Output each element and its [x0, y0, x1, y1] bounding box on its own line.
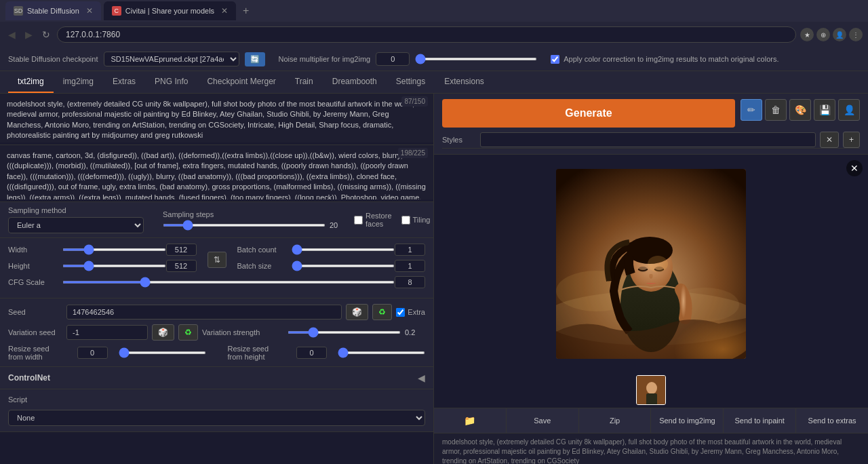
- image-area: ✕: [434, 155, 868, 372]
- variation-seed-dice-button[interactable]: 🎲: [152, 324, 174, 341]
- send-img2img-label: Send to img2img: [659, 417, 715, 425]
- script-select[interactable]: None: [8, 410, 425, 426]
- script-label: Script: [8, 395, 27, 404]
- nav-tab-extensions[interactable]: Extensions: [435, 71, 494, 93]
- seed-recycle-button[interactable]: ♻: [372, 304, 392, 320]
- browser-chrome: SD Stable Diffusion ✕ C Civitai | Share …: [0, 0, 868, 47]
- address-bar[interactable]: [57, 26, 796, 43]
- restore-faces-checkbox[interactable]: [354, 216, 363, 225]
- generate-button[interactable]: Generate: [442, 99, 735, 128]
- tab-civitai[interactable]: C Civitai | Share your models ✕: [104, 1, 236, 20]
- styles-label: Styles: [442, 136, 476, 144]
- styles-clear-button[interactable]: ✕: [820, 132, 839, 148]
- nav-bar: ◀ ▶ ↻ ★ ⊕ 👤 ⋮: [0, 22, 868, 47]
- noise-input[interactable]: [376, 52, 410, 66]
- resize-row: Resize seed from width Resize seed from …: [8, 345, 425, 361]
- new-tab-button[interactable]: +: [239, 5, 253, 17]
- swap-dimensions-button[interactable]: ⇅: [208, 252, 226, 268]
- variation-seed-input[interactable]: [66, 325, 148, 340]
- nav-tab-png-info[interactable]: PNG Info: [145, 71, 197, 93]
- batch-count-value[interactable]: [395, 244, 425, 256]
- positive-prompt-textarea[interactable]: modelshoot style, (extremely detailed CG…: [0, 94, 433, 142]
- batch-count-row: Batch count: [237, 244, 426, 256]
- nav-icon-account[interactable]: 👤: [833, 28, 846, 41]
- nav-icon-bookmark[interactable]: ★: [800, 28, 814, 41]
- seed-dice-button[interactable]: 🎲: [346, 304, 368, 320]
- nav-icon-menu[interactable]: ⋮: [849, 28, 863, 41]
- nav-icons: ★ ⊕ 👤 ⋮: [800, 28, 863, 41]
- zip-button[interactable]: Zip: [579, 408, 652, 433]
- nav-tab-txt2img[interactable]: txt2img: [8, 71, 54, 93]
- forward-button[interactable]: ▶: [22, 26, 35, 43]
- nav-tab-extras[interactable]: Extras: [103, 71, 145, 93]
- folder-button[interactable]: 📁: [434, 408, 507, 433]
- width-slider[interactable]: [62, 248, 166, 251]
- resize-width-value[interactable]: [77, 347, 108, 359]
- nav-tab-img2img[interactable]: img2img: [54, 71, 103, 93]
- restore-faces-label[interactable]: Restore faces: [354, 212, 392, 228]
- tab-close-sd[interactable]: ✕: [86, 6, 93, 16]
- resize-width-label: Resize seed from width: [8, 345, 66, 361]
- style-icon-pencil[interactable]: ✏: [741, 99, 762, 121]
- batch-size-value[interactable]: [395, 260, 425, 272]
- nav-tab-checkpoint-merger[interactable]: Checkpoint Merger: [197, 71, 285, 93]
- resize-height-label: Resize seed from height: [228, 345, 286, 361]
- checkpoint-select[interactable]: SD15NewVAEpruned.ckpt [27a4ac756c]: [104, 52, 239, 66]
- seed-input[interactable]: [66, 305, 342, 320]
- tiling-label[interactable]: Tiling: [401, 216, 431, 225]
- sampling-steps-slider[interactable]: [163, 224, 326, 227]
- nav-icon-extension[interactable]: ⊕: [816, 28, 830, 41]
- variation-strength-slider[interactable]: [288, 331, 401, 334]
- style-icon-palette[interactable]: 🎨: [789, 99, 811, 121]
- nav-tab-dreambooth[interactable]: Dreambooth: [323, 71, 387, 93]
- controlnet-collapse-button[interactable]: ◀: [418, 372, 425, 383]
- thumbnail-1[interactable]: [636, 375, 666, 405]
- batch-size-slider[interactable]: [292, 265, 395, 267]
- width-value[interactable]: [166, 244, 197, 256]
- negative-prompt-textarea[interactable]: canvas frame, cartoon, 3d, (disfigured))…: [0, 145, 433, 199]
- color-correction-checkbox[interactable]: [551, 55, 559, 64]
- negative-prompt-counter: 198/225: [398, 148, 428, 158]
- refresh-button[interactable]: ↻: [39, 26, 53, 43]
- style-icon-save[interactable]: 💾: [814, 99, 835, 121]
- main-content: 87/150 modelshoot style, (extremely deta…: [0, 94, 868, 464]
- script-row: None: [8, 410, 425, 426]
- tab-bar: SD Stable Diffusion ✕ C Civitai | Share …: [0, 0, 868, 22]
- close-image-button[interactable]: ✕: [846, 160, 863, 176]
- resize-height-slider[interactable]: [338, 351, 425, 354]
- controlnet-header: ControlNet ◀: [8, 372, 425, 383]
- svg-point-13: [646, 382, 657, 394]
- sampling-method-select[interactable]: Euler a: [8, 217, 144, 233]
- resize-height-value[interactable]: [296, 347, 327, 359]
- zip-label: Zip: [610, 417, 620, 425]
- send-inpaint-button[interactable]: Send to inpaint: [724, 408, 796, 433]
- variation-seed-label: Variation seed: [8, 328, 62, 336]
- height-slider[interactable]: [62, 265, 166, 267]
- nav-tab-train[interactable]: Train: [285, 71, 323, 93]
- send-extras-button[interactable]: Send to extras: [796, 408, 868, 433]
- noise-slider[interactable]: [415, 58, 537, 60]
- checkpoint-refresh-btn[interactable]: 🔄: [245, 52, 265, 66]
- styles-add-button[interactable]: +: [843, 132, 860, 148]
- styles-row: Styles ✕ +: [442, 132, 860, 149]
- back-button[interactable]: ◀: [5, 26, 18, 43]
- tab-close-civitai[interactable]: ✕: [221, 6, 228, 16]
- bottom-description: modelshoot style, (extremely detailed CG…: [434, 433, 868, 464]
- save-button[interactable]: Save: [507, 408, 579, 433]
- extra-checkbox[interactable]: [396, 308, 405, 317]
- cfg-scale-slider[interactable]: [62, 281, 395, 284]
- variation-seed-recycle-button[interactable]: ♻: [178, 324, 198, 341]
- color-correction: Apply color correction to img2img result…: [551, 55, 778, 64]
- style-icon-person[interactable]: 👤: [838, 99, 860, 121]
- cfg-scale-value[interactable]: [395, 276, 425, 288]
- style-icon-trash[interactable]: 🗑: [765, 99, 787, 121]
- tab-stable-diffusion[interactable]: SD Stable Diffusion ✕: [5, 1, 101, 20]
- send-img2img-button[interactable]: Send to img2img: [651, 408, 724, 433]
- resize-width-slider[interactable]: [119, 351, 206, 354]
- extra-checkbox-label[interactable]: Extra: [396, 308, 425, 317]
- nav-tab-settings[interactable]: Settings: [387, 71, 435, 93]
- styles-input[interactable]: [480, 132, 816, 147]
- height-value[interactable]: [166, 260, 197, 272]
- batch-count-slider[interactable]: [292, 248, 395, 251]
- tiling-checkbox[interactable]: [401, 216, 410, 225]
